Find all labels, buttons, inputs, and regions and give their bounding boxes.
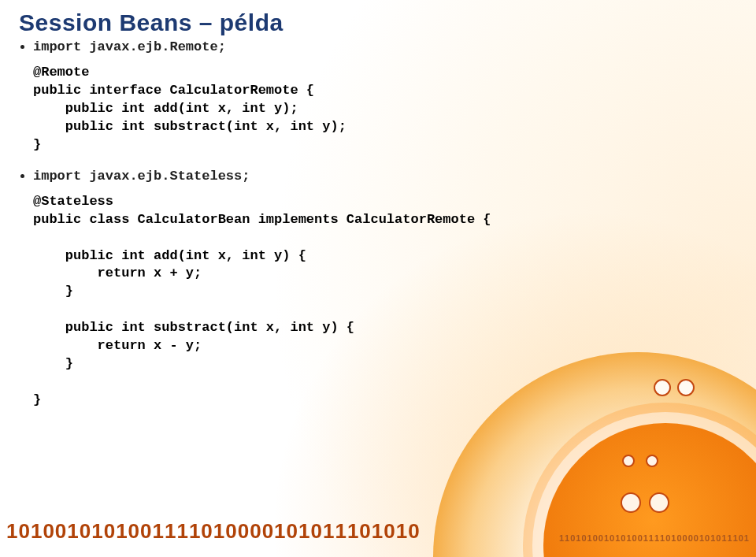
slide-content: Session Beans – példa import javax.ejb.R… — [0, 0, 756, 410]
decorative-dots-row — [621, 492, 677, 516]
binary-large-text: 1010010101001111010000101011101010 — [6, 519, 421, 543]
binary-footer: 1010010101001111010000101011101010 11010… — [0, 519, 756, 544]
list-item: import javax.ejb.Stateless; @Stateless p… — [33, 169, 734, 410]
page-title: Session Beans – példa — [19, 9, 734, 36]
code-block: @Stateless public class CalculatorBean i… — [33, 193, 734, 410]
import-statement: import javax.ejb.Remote; — [33, 39, 226, 54]
code-bullet-list: import javax.ejb.Remote; @Remote public … — [33, 39, 734, 410]
import-statement: import javax.ejb.Stateless; — [33, 169, 250, 184]
binary-small-text: 1101010010101001111010000101011101 — [559, 533, 750, 543]
list-item: import javax.ejb.Remote; @Remote public … — [33, 39, 734, 154]
decorative-dots-row — [622, 455, 669, 470]
code-block: @Remote public interface CalculatorRemot… — [33, 64, 734, 154]
